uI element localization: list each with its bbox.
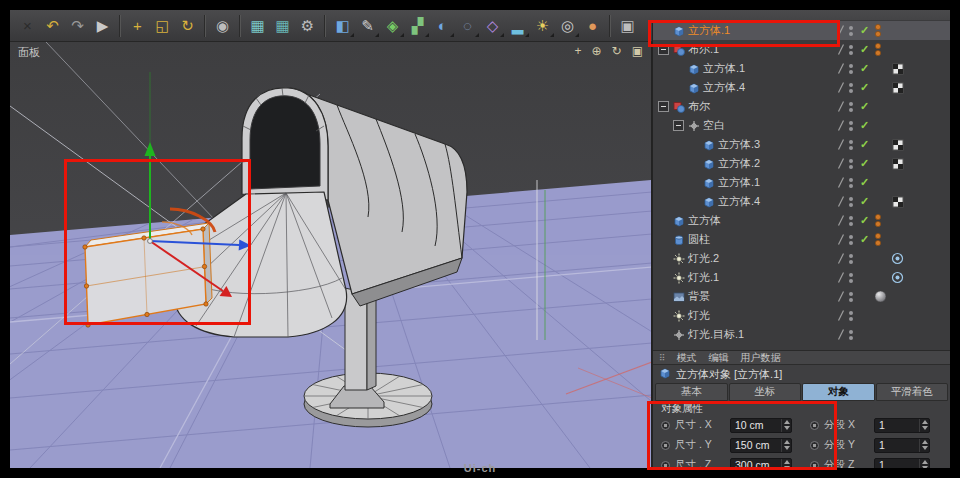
object-row[interactable]: 空白✓	[653, 116, 950, 135]
size-input-value[interactable]: 150 cm	[731, 439, 781, 451]
size-input-value[interactable]: 300 cm	[731, 459, 781, 468]
segments-input[interactable]: 1	[874, 458, 930, 469]
object-label[interactable]: 立方体	[688, 211, 721, 230]
object-label[interactable]: 立方体.1	[688, 21, 730, 40]
segments-input[interactable]: 1	[874, 438, 930, 453]
environment-icon[interactable]: ▂	[505, 13, 530, 39]
am-menu-用户数据[interactable]: 用户数据	[741, 351, 781, 365]
display-mode-icon[interactable]: ▣	[615, 13, 640, 39]
fields-icon[interactable]: ◌	[455, 13, 480, 39]
spline-pen-icon[interactable]: ✎	[355, 13, 380, 39]
visibility-dots[interactable]	[849, 116, 853, 135]
enabled-check-icon[interactable]: ✓	[860, 97, 869, 116]
viewport[interactable]: 面板 +⊕↻▣	[10, 42, 652, 468]
object-row[interactable]: 灯光.1	[653, 268, 950, 287]
visibility-dots[interactable]	[849, 154, 853, 173]
stepper-icon[interactable]	[919, 439, 929, 452]
enabled-check-icon[interactable]: ✓	[860, 78, 869, 97]
object-row[interactable]: 布尔.1✓	[653, 40, 950, 59]
visibility-dots[interactable]	[849, 306, 853, 325]
enabled-check-icon[interactable]: ✓	[860, 116, 869, 135]
subdivision-surface-icon[interactable]: ◈	[380, 13, 405, 39]
object-label[interactable]: 灯光	[688, 306, 710, 325]
am-menu-模式[interactable]: 模式	[677, 351, 697, 365]
object-label[interactable]: 立方体.4	[703, 78, 745, 97]
visibility-dots[interactable]	[849, 325, 853, 344]
expander-minus-icon[interactable]	[658, 44, 669, 55]
render-view-icon[interactable]: ▦	[245, 13, 270, 39]
visibility-dots[interactable]	[849, 249, 853, 268]
segments-input-value[interactable]: 1	[875, 419, 919, 431]
object-row[interactable]: 立方体.1✓	[653, 173, 950, 192]
object-row[interactable]: 灯光	[653, 306, 950, 325]
array-generator-icon[interactable]: ▞	[405, 13, 430, 39]
object-row[interactable]: 灯光.2	[653, 249, 950, 268]
object-label[interactable]: 空白	[703, 116, 725, 135]
visibility-dots[interactable]	[849, 268, 853, 287]
object-label[interactable]: 灯光.1	[688, 268, 719, 287]
object-label[interactable]: 立方体.4	[718, 192, 760, 211]
undo-icon[interactable]: ↶	[40, 13, 65, 39]
object-label[interactable]: 灯光.2	[688, 249, 719, 268]
visibility-dots[interactable]	[849, 211, 853, 230]
camera-icon[interactable]: ◎	[555, 13, 580, 39]
live-selection-icon[interactable]: ▶	[90, 13, 115, 39]
enabled-check-icon[interactable]: ✓	[860, 59, 869, 78]
redo-icon[interactable]: ↷	[65, 13, 90, 39]
object-row[interactable]: 圆柱✓	[653, 230, 950, 249]
material-icon[interactable]: ●	[580, 13, 605, 39]
coordinate-system-icon[interactable]: ◉	[210, 13, 235, 39]
visibility-dots[interactable]	[849, 173, 853, 192]
checker-tag-icon[interactable]	[892, 59, 904, 78]
visibility-dots[interactable]	[849, 135, 853, 154]
light-icon[interactable]: ☀	[530, 13, 555, 39]
object-label[interactable]: 灯光.目标.1	[688, 325, 744, 344]
orange-dots-tag-icon[interactable]	[874, 21, 882, 40]
viewport-menu-panel[interactable]: 面板	[18, 45, 40, 60]
tab-平滑着色[interactable]: 平滑着色	[876, 383, 949, 401]
sphere-tag-icon[interactable]	[874, 287, 887, 306]
visibility-dots[interactable]	[849, 78, 853, 97]
expander-minus-icon[interactable]	[673, 120, 684, 131]
primitive-cube-icon[interactable]: ◧	[330, 13, 355, 39]
tab-坐标[interactable]: 坐标	[729, 383, 802, 401]
enabled-check-icon[interactable]: ✓	[860, 154, 869, 173]
keyframe-circle-icon[interactable]	[661, 441, 670, 450]
size-input[interactable]: 300 cm	[730, 458, 792, 469]
enabled-check-icon[interactable]: ✓	[860, 192, 869, 211]
orange-dots-tag-icon[interactable]	[874, 40, 882, 59]
stepper-icon[interactable]	[919, 459, 929, 469]
target-tag-icon[interactable]	[891, 249, 904, 268]
size-input[interactable]: 10 cm	[730, 418, 792, 433]
size-input[interactable]: 150 cm	[730, 438, 792, 453]
enabled-check-icon[interactable]: ✓	[860, 211, 869, 230]
viewport-canvas[interactable]	[10, 42, 652, 468]
segments-input-value[interactable]: 1	[875, 439, 919, 451]
render-settings-icon[interactable]: ⚙	[295, 13, 320, 39]
object-label[interactable]: 立方体.2	[718, 154, 760, 173]
enabled-check-icon[interactable]: ✓	[860, 173, 869, 192]
stepper-icon[interactable]	[781, 459, 791, 469]
object-label[interactable]: 立方体.3	[718, 135, 760, 154]
rotate-view-icon[interactable]: ↻	[612, 44, 622, 58]
keyframe-circle-icon[interactable]	[661, 461, 670, 469]
object-label[interactable]: 立方体.1	[703, 59, 745, 78]
object-label[interactable]: 背景	[688, 287, 710, 306]
checker-tag-icon[interactable]	[892, 154, 904, 173]
checker-tag-icon[interactable]	[892, 135, 904, 154]
tab-基本[interactable]: 基本	[655, 383, 728, 401]
visibility-dots[interactable]	[849, 59, 853, 78]
checker-tag-icon[interactable]	[892, 78, 904, 97]
object-label[interactable]: 立方体.1	[718, 173, 760, 192]
render-picture-viewer-icon[interactable]: ▦	[270, 13, 295, 39]
tab-对象[interactable]: 对象	[802, 383, 875, 401]
stepper-icon[interactable]	[781, 439, 791, 452]
segments-input[interactable]: 1	[874, 418, 930, 433]
stepper-icon[interactable]	[781, 419, 791, 432]
enabled-check-icon[interactable]: ✓	[860, 21, 869, 40]
pan-view-icon[interactable]: +	[575, 44, 582, 58]
tool-x-icon[interactable]: ×	[15, 13, 40, 39]
object-row[interactable]: 背景	[653, 287, 950, 306]
stepper-icon[interactable]	[919, 419, 929, 432]
object-label[interactable]: 圆柱	[688, 230, 710, 249]
